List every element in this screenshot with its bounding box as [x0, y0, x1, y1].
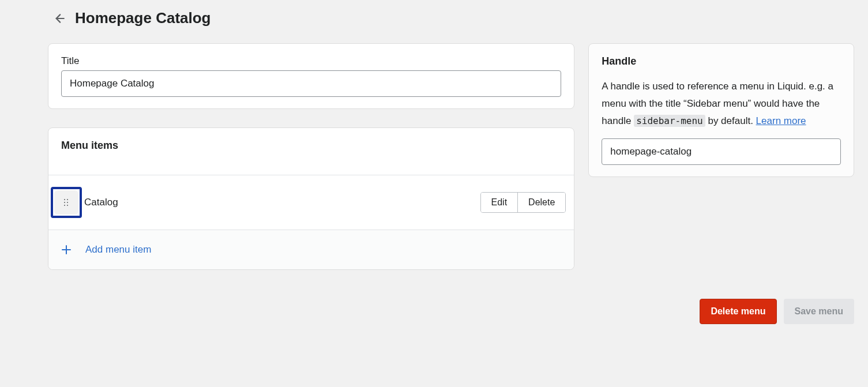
- handle-desc-code: sidebar-menu: [634, 115, 705, 127]
- page-header: Homepage Catalog: [0, 9, 868, 27]
- menu-item-label: Catalog: [84, 197, 480, 208]
- save-menu-button: Save menu: [784, 299, 854, 324]
- edit-button[interactable]: Edit: [481, 193, 518, 212]
- back-arrow-icon[interactable]: [52, 12, 66, 25]
- add-menu-item-label: Add menu item: [85, 244, 151, 256]
- delete-menu-button[interactable]: Delete menu: [700, 299, 776, 324]
- handle-card: Handle A handle is used to reference a m…: [588, 43, 854, 177]
- title-card: Title: [48, 43, 574, 109]
- add-menu-item-button[interactable]: Add menu item: [48, 230, 574, 269]
- title-label: Title: [61, 55, 561, 67]
- page-title: Homepage Catalog: [75, 9, 211, 27]
- menu-items-heading: Menu items: [48, 128, 574, 175]
- menu-item-row: Catalog Edit Delete: [48, 175, 574, 230]
- drag-handle-highlight: [51, 187, 82, 218]
- handle-input[interactable]: [602, 138, 841, 165]
- delete-button[interactable]: Delete: [518, 193, 565, 212]
- page-footer: Delete menu Save menu: [0, 299, 868, 324]
- handle-heading: Handle: [602, 55, 841, 78]
- menu-item-actions: Edit Delete: [480, 192, 566, 213]
- handle-desc-text2: by default.: [705, 115, 756, 126]
- handle-description: A handle is used to reference a menu in …: [602, 78, 841, 129]
- drag-handle-icon[interactable]: [54, 190, 78, 215]
- drag-dots-icon: [64, 199, 69, 206]
- title-input[interactable]: [61, 70, 561, 97]
- learn-more-link[interactable]: Learn more: [756, 115, 806, 126]
- plus-icon: [61, 245, 72, 255]
- menu-items-card: Menu items Catalog Edit Delete: [48, 127, 574, 270]
